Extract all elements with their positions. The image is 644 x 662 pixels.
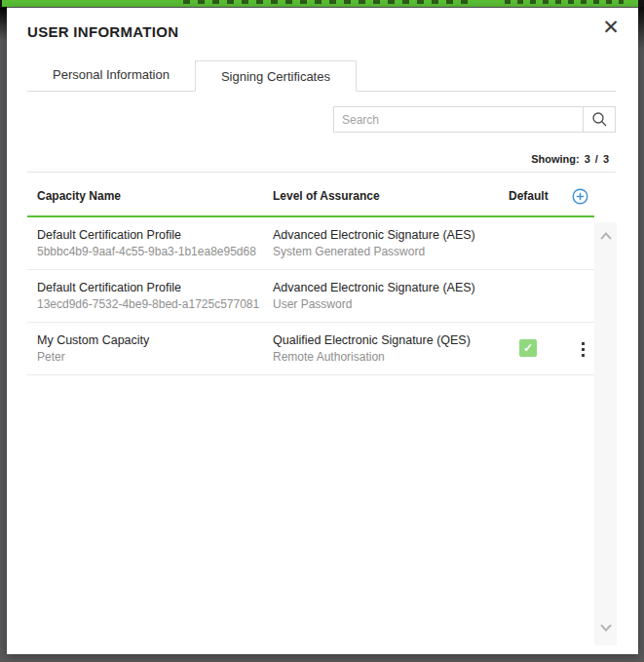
row-menu-kebab-icon[interactable] [573, 336, 592, 362]
level-of-assurance: Qualified Electronic Signature (QES) [273, 333, 471, 347]
capacity-name: My Custom Capacity [37, 333, 149, 347]
showing-total: 3 [603, 153, 609, 165]
check-icon: ✓ [523, 341, 533, 355]
showing-current: 3 [585, 153, 590, 165]
topbar-corner [0, 0, 2, 7]
capacity-detail: 5bbbc4b9-9aaf-4c55-9ba3-1b1ea8e95d68 [37, 245, 256, 258]
showing-separator: / [595, 153, 598, 165]
plus-circle-icon [572, 188, 588, 205]
modal-title: USER INFORMATION [27, 23, 178, 40]
certificate-list: Default Certification Profile 5bbbc4b9-9… [27, 217, 594, 375]
column-header-capacity-name: Capacity Name [37, 189, 121, 203]
table-row: My Custom Capacity Peter Qualified Elect… [27, 323, 594, 375]
search-button[interactable] [583, 106, 616, 133]
level-of-assurance: Advanced Electronic Signature (AES) [273, 281, 475, 294]
add-capacity-button[interactable] [568, 184, 591, 208]
background-page-topbar [0, 0, 644, 7]
close-icon[interactable]: ✕ [596, 12, 625, 41]
scrollbar-track[interactable] [594, 222, 617, 645]
tab-signing-certificates[interactable]: Signing Certificates [195, 60, 357, 92]
clipped-topbar-text [183, 0, 471, 4]
assurance-detail: Remote Authorisation [273, 350, 385, 364]
assurance-detail: System Generated Password [273, 245, 425, 258]
search-bar [333, 106, 616, 133]
user-information-modal: USER INFORMATION ✕ Personal Information … [7, 8, 638, 654]
chevron-up-icon [598, 230, 614, 242]
level-of-assurance: Advanced Electronic Signature (AES) [273, 228, 475, 242]
backdrop-edge [0, 7, 7, 40]
divider [27, 172, 616, 173]
tab-personal-information[interactable]: Personal Information [27, 59, 195, 91]
tab-bar: Personal Information Signing Certificate… [27, 60, 616, 92]
column-header-level-of-assurance: Level of Assurance [273, 189, 380, 203]
capacity-name: Default Certification Profile [37, 281, 181, 294]
assurance-detail: User Password [273, 297, 352, 311]
topbar-corner [638, 0, 644, 7]
clipped-topbar-text [505, 0, 624, 4]
search-icon [591, 111, 608, 128]
scroll-up-button[interactable] [594, 230, 617, 244]
backdrop-edge [638, 7, 644, 50]
scroll-down-button[interactable] [594, 622, 617, 636]
table-row: Default Certification Profile 13ecd9d6-7… [27, 270, 594, 323]
search-input[interactable] [333, 106, 583, 133]
column-header-default: Default [509, 189, 549, 203]
showing-label: Showing: [531, 153, 580, 165]
capacity-detail: 13ecd9d6-7532-4be9-8bed-a1725c577081 [37, 297, 259, 311]
table-row: Default Certification Profile 5bbbc4b9-9… [27, 217, 594, 270]
chevron-down-icon [598, 622, 614, 634]
default-checkbox-checked[interactable]: ✓ [519, 339, 537, 357]
capacity-name: Default Certification Profile [37, 228, 181, 242]
capacity-detail: Peter [37, 350, 65, 364]
table-header: Capacity Name Level of Assurance Default [7, 184, 638, 210]
showing-counter: Showing: 3 / 3 [531, 153, 609, 165]
